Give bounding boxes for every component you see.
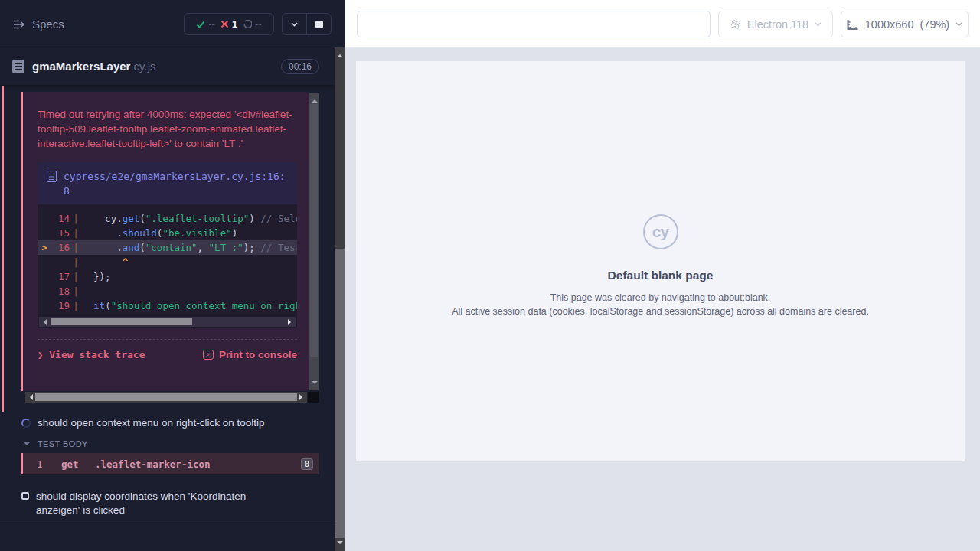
error-message: Timed out retrying after 4000ms: expecte… xyxy=(38,107,299,151)
specs-menu-icon[interactable] xyxy=(12,18,26,31)
sidebar-scroll-thumb[interactable] xyxy=(335,249,345,538)
chevron-down-icon xyxy=(815,22,822,27)
error-horizontal-scrollbar[interactable] xyxy=(25,392,307,403)
code-line: 18| xyxy=(38,284,297,298)
x-icon xyxy=(220,20,229,28)
aut-iframe: cy Default blank page This page was clea… xyxy=(356,61,965,461)
code-frame: cypress/e2e/gmaMarkersLayer.cy.js:16:8 1… xyxy=(38,162,297,328)
spec-row[interactable]: gmaMarkersLayer .cy.js 00:16 xyxy=(0,47,335,85)
error-vertical-scrollbar[interactable] xyxy=(309,93,319,390)
spec-duration-badge: 00:16 xyxy=(281,59,319,74)
code-hscroll-thumb[interactable] xyxy=(51,318,192,325)
failed-test-border xyxy=(2,86,4,412)
running-spinner-icon xyxy=(21,419,31,428)
chevron-down-icon xyxy=(291,22,298,27)
print-to-console-button[interactable]: › Print to console xyxy=(203,349,297,360)
scroll-right-arrow-icon[interactable] xyxy=(299,394,305,400)
file-icon xyxy=(47,171,57,182)
test-list-divider xyxy=(0,523,335,523)
view-stack-trace-link[interactable]: ❯ View stack trace xyxy=(38,349,145,360)
reporter-header: Specs -- 1 -- xyxy=(0,0,345,47)
code-line: | ^ xyxy=(38,255,297,269)
error-hscroll-thumb[interactable] xyxy=(35,393,297,401)
scroll-down-arrow-icon[interactable] xyxy=(312,381,318,387)
viewport-info-button[interactable]: 1000x660 (79%) xyxy=(841,11,969,37)
stop-icon xyxy=(315,21,323,28)
viewport-zoom: (79%) xyxy=(920,18,950,31)
stop-button[interactable] xyxy=(306,14,331,34)
app-pane: Electron 118 1000x660 (79%) cy Default b… xyxy=(345,0,980,551)
blank-page-subtitle-1: This page was cleared by navigating to a… xyxy=(356,292,965,303)
cypress-runner: Specs -- 1 -- xyxy=(0,0,980,551)
electron-icon xyxy=(730,18,741,30)
error-footer-divider xyxy=(38,339,297,340)
code-line: 19| it("should open context menu on righ xyxy=(38,298,297,313)
browser-selector-button[interactable]: Electron 118 xyxy=(718,11,833,37)
restart-icon xyxy=(243,20,252,29)
browser-label: Electron 118 xyxy=(747,18,808,31)
test-item-running[interactable]: should open context menu on right-click … xyxy=(21,417,264,429)
chevron-down-icon xyxy=(956,22,962,27)
scroll-up-arrow-icon[interactable] xyxy=(337,51,343,57)
command-message: .leaflet-marker-icon xyxy=(95,458,301,470)
scrollbar-corner xyxy=(308,392,319,403)
spec-file-icon xyxy=(12,60,24,73)
print-to-console-label: Print to console xyxy=(219,349,297,360)
code-line: 17| }); xyxy=(38,269,297,284)
stat-passed: -- xyxy=(196,18,215,30)
code-lines: 14| cy.get(".leaflet-tooltip") // Sele15… xyxy=(38,204,297,315)
check-icon xyxy=(196,20,205,29)
scroll-down-arrow-icon[interactable] xyxy=(337,541,343,547)
specs-label[interactable]: Specs xyxy=(32,18,64,31)
command-number: 1 xyxy=(37,458,61,470)
blank-page-title: Default blank page xyxy=(356,269,965,282)
sidebar-vertical-scrollbar[interactable] xyxy=(335,47,345,551)
test-title: should display coordinates when 'Koordin… xyxy=(36,490,289,517)
scroll-left-arrow-icon[interactable] xyxy=(41,319,47,325)
console-icon: › xyxy=(203,350,214,360)
view-stack-trace-label: View stack trace xyxy=(49,349,145,360)
command-count-badge: 0 xyxy=(301,458,313,470)
pending-count: -- xyxy=(255,18,262,30)
command-method: get xyxy=(61,458,95,470)
failed-count: 1 xyxy=(232,18,237,30)
scroll-up-arrow-icon[interactable] xyxy=(312,96,318,103)
test-body-section-header[interactable]: TEST BODY xyxy=(23,439,88,449)
code-frame-file-link[interactable]: cypress/e2e/gmaMarkersLayer.cy.js:16:8 xyxy=(64,169,288,198)
code-horizontal-scrollbar[interactable] xyxy=(39,317,296,327)
stat-pending: -- xyxy=(243,18,262,30)
blank-page-subtitle-2: All active session data (cookies, localS… xyxy=(356,306,965,317)
blank-page-content: cy Default blank page This page was clea… xyxy=(356,214,965,317)
passed-count: -- xyxy=(208,18,215,30)
url-input[interactable] xyxy=(357,11,710,37)
code-line: 15| .should("be.visible") xyxy=(38,226,297,240)
pending-box-icon xyxy=(21,492,29,500)
reporter-sidebar: Specs -- 1 -- xyxy=(0,0,345,551)
spec-name: gmaMarkersLayer xyxy=(32,60,130,73)
command-log-row[interactable]: 1 get .leaflet-marker-icon 0 xyxy=(21,453,319,474)
code-frame-header[interactable]: cypress/e2e/gmaMarkersLayer.cy.js:16:8 xyxy=(38,162,297,204)
browser-toolbar: Electron 118 1000x660 (79%) xyxy=(345,0,980,48)
test-stats: -- 1 -- xyxy=(184,13,274,35)
test-title: should open context menu on right-click … xyxy=(38,417,264,429)
chevron-down-icon xyxy=(23,442,31,449)
code-line: >16| .and("contain", "LT :"); // Test xyxy=(38,240,297,255)
viewport-size: 1000x660 xyxy=(865,18,914,31)
ruler-icon xyxy=(847,19,859,30)
error-footer: ❯ View stack trace › Print to console xyxy=(38,349,297,360)
cypress-logo: cy xyxy=(643,214,678,249)
scroll-right-arrow-icon[interactable] xyxy=(288,319,294,325)
stat-failed: 1 xyxy=(220,18,237,30)
spec-extension: .cy.js xyxy=(130,60,155,73)
test-body-label: TEST BODY xyxy=(38,439,88,448)
error-vscroll-thumb[interactable] xyxy=(310,104,318,357)
run-controls xyxy=(282,13,332,35)
test-item-pending[interactable]: should display coordinates when 'Koordin… xyxy=(21,490,297,517)
aut-stage: cy Default blank page This page was clea… xyxy=(345,48,980,551)
chevron-right-icon: ❯ xyxy=(38,350,43,360)
code-line: 14| cy.get(".leaflet-tooltip") // Sele xyxy=(38,211,297,226)
scroll-left-arrow-icon[interactable] xyxy=(27,394,33,400)
collapse-all-button[interactable] xyxy=(283,14,306,34)
test-error-panel: Timed out retrying after 4000ms: expecte… xyxy=(21,92,309,391)
